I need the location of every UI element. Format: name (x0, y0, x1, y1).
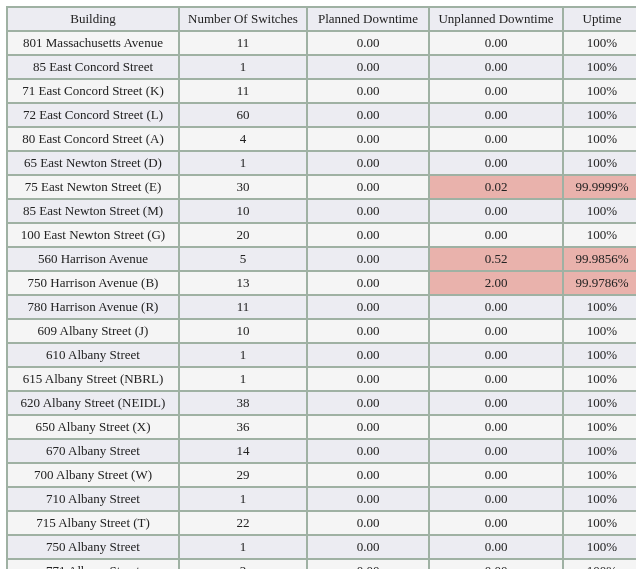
cell-unplanned: 0.00 (430, 440, 562, 462)
cell-uptime: 100% (564, 104, 636, 126)
cell-uptime: 99.9786% (564, 272, 636, 294)
cell-uptime: 100% (564, 200, 636, 222)
cell-switches: 13 (180, 272, 306, 294)
cell-planned: 0.00 (308, 488, 428, 510)
cell-unplanned: 0.00 (430, 200, 562, 222)
cell-switches: 1 (180, 368, 306, 390)
cell-planned: 0.00 (308, 512, 428, 534)
cell-uptime: 100% (564, 440, 636, 462)
cell-planned: 0.00 (308, 296, 428, 318)
cell-planned: 0.00 (308, 80, 428, 102)
cell-switches: 11 (180, 80, 306, 102)
cell-planned: 0.00 (308, 536, 428, 558)
table-row: 75 East Newton Street (E)300.000.0299.99… (8, 176, 636, 198)
cell-building: 670 Albany Street (8, 440, 178, 462)
cell-uptime: 100% (564, 56, 636, 78)
cell-switches: 1 (180, 344, 306, 366)
cell-building: 85 East Concord Street (8, 56, 178, 78)
cell-unplanned: 2.00 (430, 272, 562, 294)
cell-planned: 0.00 (308, 416, 428, 438)
table-row: 72 East Concord Street (L)600.000.00100% (8, 104, 636, 126)
cell-building: 71 East Concord Street (K) (8, 80, 178, 102)
cell-building: 801 Massachusetts Avenue (8, 32, 178, 54)
cell-planned: 0.00 (308, 248, 428, 270)
cell-unplanned: 0.00 (430, 344, 562, 366)
table-row: 80 East Concord Street (A)40.000.00100% (8, 128, 636, 150)
table-row: 780 Harrison Avenue (R)110.000.00100% (8, 296, 636, 318)
cell-planned: 0.00 (308, 104, 428, 126)
cell-unplanned: 0.00 (430, 392, 562, 414)
cell-uptime: 100% (564, 344, 636, 366)
table-row: 85 East Newton Street (M)100.000.00100% (8, 200, 636, 222)
col-switches: Number Of Switches (180, 8, 306, 30)
table-row: 615 Albany Street (NBRL)10.000.00100% (8, 368, 636, 390)
cell-uptime: 100% (564, 224, 636, 246)
cell-building: 750 Harrison Avenue (B) (8, 272, 178, 294)
table-row: 85 East Concord Street10.000.00100% (8, 56, 636, 78)
cell-building: 620 Albany Street (NEIDL) (8, 392, 178, 414)
cell-building: 560 Harrison Avenue (8, 248, 178, 270)
cell-planned: 0.00 (308, 344, 428, 366)
cell-uptime: 100% (564, 368, 636, 390)
cell-uptime: 100% (564, 320, 636, 342)
cell-uptime: 100% (564, 296, 636, 318)
cell-planned: 0.00 (308, 224, 428, 246)
table-row: 650 Albany Street (X)360.000.00100% (8, 416, 636, 438)
cell-building: 771 Albany Street (8, 560, 178, 569)
cell-uptime: 100% (564, 536, 636, 558)
table-row: 610 Albany Street10.000.00100% (8, 344, 636, 366)
cell-switches: 38 (180, 392, 306, 414)
cell-switches: 5 (180, 248, 306, 270)
cell-uptime: 100% (564, 488, 636, 510)
cell-planned: 0.00 (308, 56, 428, 78)
cell-unplanned: 0.00 (430, 320, 562, 342)
cell-building: 80 East Concord Street (A) (8, 128, 178, 150)
table-body: 801 Massachusetts Avenue110.000.00100%85… (8, 32, 636, 569)
table-row: 100 East Newton Street (G)200.000.00100% (8, 224, 636, 246)
cell-building: 700 Albany Street (W) (8, 464, 178, 486)
table-row: 700 Albany Street (W)290.000.00100% (8, 464, 636, 486)
cell-planned: 0.00 (308, 320, 428, 342)
cell-unplanned: 0.00 (430, 560, 562, 569)
cell-switches: 4 (180, 128, 306, 150)
cell-building: 100 East Newton Street (G) (8, 224, 178, 246)
cell-building: 780 Harrison Avenue (R) (8, 296, 178, 318)
cell-switches: 1 (180, 56, 306, 78)
cell-switches: 2 (180, 560, 306, 569)
cell-unplanned: 0.02 (430, 176, 562, 198)
cell-building: 609 Albany Street (J) (8, 320, 178, 342)
col-planned: Planned Downtime (308, 8, 428, 30)
cell-unplanned: 0.00 (430, 416, 562, 438)
cell-unplanned: 0.00 (430, 128, 562, 150)
cell-uptime: 100% (564, 32, 636, 54)
cell-planned: 0.00 (308, 176, 428, 198)
cell-building: 615 Albany Street (NBRL) (8, 368, 178, 390)
cell-building: 75 East Newton Street (E) (8, 176, 178, 198)
cell-uptime: 100% (564, 152, 636, 174)
cell-unplanned: 0.00 (430, 464, 562, 486)
table-row: 71 East Concord Street (K)110.000.00100% (8, 80, 636, 102)
uptime-table: Building Number Of Switches Planned Down… (6, 6, 636, 569)
table-header-row: Building Number Of Switches Planned Down… (8, 8, 636, 30)
table-row: 750 Harrison Avenue (B)130.002.0099.9786… (8, 272, 636, 294)
cell-switches: 11 (180, 296, 306, 318)
table-row: 771 Albany Street20.000.00100% (8, 560, 636, 569)
table-row: 750 Albany Street10.000.00100% (8, 536, 636, 558)
cell-unplanned: 0.52 (430, 248, 562, 270)
cell-unplanned: 0.00 (430, 104, 562, 126)
cell-switches: 22 (180, 512, 306, 534)
cell-uptime: 100% (564, 128, 636, 150)
cell-planned: 0.00 (308, 464, 428, 486)
cell-unplanned: 0.00 (430, 512, 562, 534)
cell-uptime: 99.9999% (564, 176, 636, 198)
cell-planned: 0.00 (308, 560, 428, 569)
table-row: 670 Albany Street140.000.00100% (8, 440, 636, 462)
cell-uptime: 99.9856% (564, 248, 636, 270)
table-row: 801 Massachusetts Avenue110.000.00100% (8, 32, 636, 54)
cell-switches: 14 (180, 440, 306, 462)
cell-switches: 29 (180, 464, 306, 486)
cell-unplanned: 0.00 (430, 152, 562, 174)
cell-planned: 0.00 (308, 32, 428, 54)
cell-building: 610 Albany Street (8, 344, 178, 366)
table-row: 620 Albany Street (NEIDL)380.000.00100% (8, 392, 636, 414)
